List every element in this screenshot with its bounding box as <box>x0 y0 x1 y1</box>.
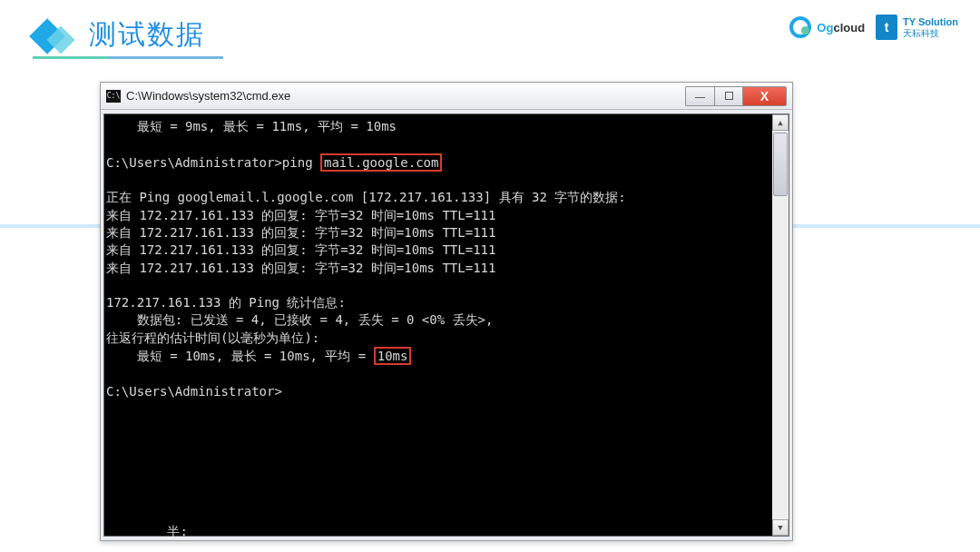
terminal-body[interactable]: 最短 = 9ms, 最长 = 11ms, 平均 = 10ms C:\Users\… <box>103 113 789 537</box>
title-underline <box>33 56 223 59</box>
window-title: C:\Windows\system32\cmd.exe <box>126 89 290 103</box>
scroll-up-button[interactable]: ▲ <box>772 114 789 131</box>
highlight-host: mail.google.com <box>320 153 442 172</box>
ogcloud-icon <box>789 16 811 38</box>
scroll-thumb[interactable] <box>773 133 788 196</box>
ty-text: TY Solution 天耘科技 <box>903 16 958 37</box>
cmd-icon: C:\ <box>106 90 121 103</box>
term-text-2: 正在 Ping googlemail.l.google.com [172.217… <box>106 190 626 363</box>
window-buttons: — X <box>685 86 787 106</box>
close-button[interactable]: X <box>743 86 787 106</box>
minimize-button[interactable]: — <box>685 86 714 106</box>
maximize-button[interactable] <box>714 86 743 106</box>
brand-logos: Ogcloud t TY Solution 天耘科技 <box>789 15 958 40</box>
slide-title: 测试数据 <box>89 16 205 54</box>
scrollbar[interactable]: ▲ ▼ <box>772 114 789 536</box>
highlight-avg: 10ms <box>374 347 412 365</box>
ty-badge-icon: t <box>876 15 897 40</box>
term-text-3: C:\Users\Administrator> 半: <box>106 384 282 539</box>
terminal-output: 最短 = 9ms, 最长 = 11ms, 平均 = 10ms C:\Users\… <box>106 118 787 541</box>
cmd-window: C:\ C:\Windows\system32\cmd.exe — X 最短 =… <box>100 82 793 541</box>
ogcloud-text: Ogcloud <box>817 21 865 34</box>
slide-header: 测试数据 Ogcloud t TY Solution 天耘科技 <box>0 0 980 64</box>
window-titlebar[interactable]: C:\ C:\Windows\system32\cmd.exe — X <box>101 83 792 110</box>
scroll-down-button[interactable]: ▼ <box>772 519 789 536</box>
